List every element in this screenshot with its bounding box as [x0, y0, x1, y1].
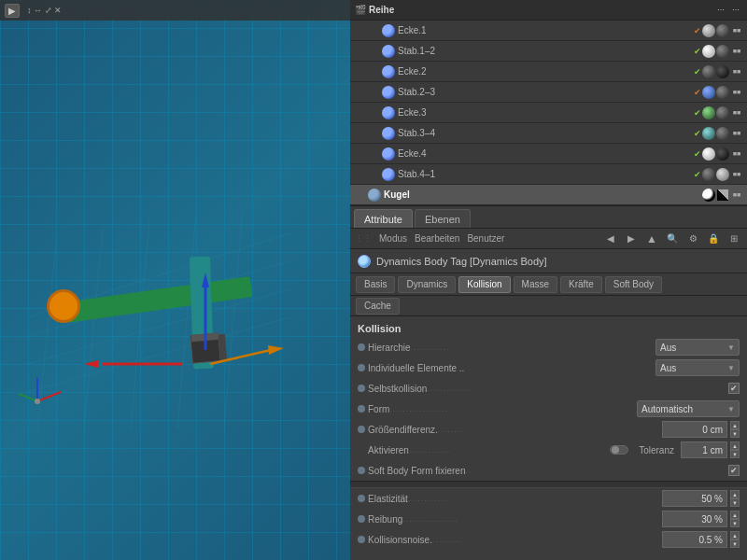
obj-icon — [382, 65, 395, 78]
stepper-up[interactable]: ▲ — [730, 421, 740, 429]
aktivieren-toggle[interactable] — [610, 445, 628, 455]
toleranz-label: Toleranz — [639, 445, 674, 455]
tab-attribute[interactable]: Attribute — [354, 209, 413, 228]
svg-point-12 — [49, 292, 78, 320]
nav-forward-icon[interactable]: ▶ — [623, 231, 640, 247]
obj-row-ecke4[interactable]: Ecke.4 ✔ ■■ — [350, 144, 747, 164]
viewport-panel: ▶ ↕ ↔ ⤢ ✕ — [0, 0, 350, 560]
tab-ebenen[interactable]: Ebenen — [415, 209, 471, 228]
obj-icon — [382, 24, 395, 37]
stepper-down[interactable]: ▼ — [730, 519, 740, 527]
sub-tab-cache[interactable]: Cache — [356, 298, 400, 315]
stepper-up[interactable]: ▲ — [730, 441, 740, 450]
viewport-menu-btn[interactable]: ▶ — [5, 4, 20, 18]
chevron-down-icon: ▼ — [727, 405, 735, 413]
sphere2-icon — [716, 168, 729, 181]
stepper-down[interactable]: ▼ — [730, 539, 740, 548]
stepper-down[interactable]: ▼ — [730, 429, 740, 438]
softbody-checkbox[interactable]: ✔ — [728, 465, 740, 476]
prop-groessendifferenz: Größendifferenz. ........ 0 cm ▲ ▼ — [350, 419, 747, 440]
obj-icon-kugel — [368, 189, 381, 202]
hierarchie-dropdown[interactable]: Aus ▼ — [655, 339, 740, 356]
sub-tabs-row1: Basis Dynamics Kollision Masse Kräfte So… — [350, 273, 747, 296]
obj-row-stab34[interactable]: Stab.3–4 ✔ ■■ — [350, 123, 747, 144]
svg-marker-21 — [268, 345, 284, 355]
stepper-down[interactable]: ▼ — [730, 450, 740, 458]
nav-settings-icon[interactable]: ⚙ — [684, 231, 701, 247]
mixed-sphere-icon — [716, 189, 729, 202]
prop-label: Hierarchie — [368, 343, 411, 353]
stepper-up[interactable]: ▲ — [730, 511, 740, 519]
obj-row-ecke3[interactable]: Ecke.3 ✔ ■■ — [350, 103, 747, 123]
tag-header: Dynamics Body Tag [Dynamics Body] — [350, 249, 747, 273]
sphere2-icon — [716, 147, 729, 161]
nav-back-icon[interactable]: ◀ — [602, 231, 619, 247]
prop-individuelle: Individuelle Elemente .. Aus ▼ — [350, 357, 747, 378]
sphere2-icon — [716, 24, 729, 37]
sphere-icon — [702, 147, 715, 161]
nav-more-icon[interactable]: ⊞ — [726, 231, 742, 247]
sphere-icon — [702, 189, 715, 202]
selbstkollision-checkbox[interactable]: ✔ — [728, 383, 740, 394]
object-list: Ecke.1 ✔ ■■ Stab.1–2 ✔ ■■ — [350, 21, 747, 206]
nav-search-icon[interactable]: 🔍 — [664, 231, 681, 247]
obj-icon — [382, 45, 395, 58]
prop-indicator — [358, 343, 365, 351]
sub-tab-basis[interactable]: Basis — [356, 276, 395, 293]
elastizitaet-input[interactable]: 50 % — [662, 490, 727, 507]
prop-indicator — [358, 426, 365, 433]
prop-hierarchie: Hierarchie ............ Aus ▼ — [350, 337, 747, 357]
svg-line-24 — [19, 394, 37, 401]
scene-dots2: ⋯ — [729, 4, 742, 17]
toolbar-bearbeiten[interactable]: Bearbeiten — [415, 233, 459, 244]
prop-elastizitaet: Elastizität ............. 50 % ▲ ▼ — [350, 488, 747, 509]
form-dropdown[interactable]: Automatisch ▼ — [637, 400, 740, 417]
individuelle-dropdown[interactable]: Aus ▼ — [655, 359, 740, 376]
reibung-input[interactable]: 30 % — [662, 511, 727, 527]
toolbar-modus[interactable]: Modus — [379, 233, 407, 244]
sub-tab-masse[interactable]: Masse — [514, 276, 557, 293]
obj-row-ecke1[interactable]: Ecke.1 ✔ ■■ — [350, 21, 747, 41]
prop-label: Form — [368, 404, 389, 414]
kollisionsnoise-input[interactable]: 0.5 % — [662, 531, 727, 548]
sub-tab-kollision[interactable]: Kollision — [458, 276, 510, 293]
prop-label: Aktivieren — [368, 445, 409, 455]
obj-row-stab41[interactable]: Stab.4–1 ✔ ■■ — [350, 164, 747, 185]
obj-row-kugel[interactable]: Kugel ■■ — [350, 185, 747, 205]
prop-label: Größendifferenz. — [368, 425, 438, 435]
sub-tab-dynamics[interactable]: Dynamics — [398, 276, 456, 293]
obj-icon — [382, 86, 395, 99]
prop-label: Reibung — [368, 514, 402, 525]
nav-lock-icon[interactable]: 🔒 — [705, 231, 722, 247]
prop-label: Elastizität — [368, 494, 408, 504]
svg-line-8 — [224, 208, 243, 429]
right-panel: 🎬 Reihe ⋯ ⋯ Ecke.1 ✔ ■■ — [350, 0, 747, 560]
obj-row-stab12[interactable]: Stab.1–2 ✔ ■■ — [350, 41, 747, 62]
stepper-down[interactable]: ▼ — [730, 498, 740, 507]
nav-up-icon[interactable]: ▲ — [643, 231, 660, 247]
main-tabs: Attribute Ebenen — [350, 206, 747, 229]
prop-indicator — [358, 467, 365, 474]
stepper-up[interactable]: ▲ — [730, 490, 740, 498]
obj-row-stab23[interactable]: Stab.2–3 ✔ ■■ — [350, 82, 747, 103]
svg-point-25 — [35, 399, 40, 404]
sub-tab-softbody[interactable]: Soft Body — [605, 276, 662, 293]
viewport-3d-scene — [9, 75, 327, 467]
dynamics-tag-icon — [358, 255, 371, 268]
section-kollision-title: Kollision — [350, 320, 747, 337]
obj-row-ecke2[interactable]: Ecke.2 ✔ ■■ — [350, 62, 747, 82]
toleranz-input[interactable]: 1 cm — [681, 441, 727, 458]
prop-indicator — [358, 385, 365, 392]
prop-indicator — [358, 515, 365, 523]
stepper-up[interactable]: ▲ — [730, 531, 740, 539]
toolbar-benutzer[interactable]: Benutzer — [467, 233, 504, 244]
groessendifferenz-input[interactable]: 0 cm — [662, 421, 727, 438]
obj-icon — [382, 106, 395, 119]
sub-tab-kraefte[interactable]: Kräfte — [560, 276, 602, 293]
attribute-toolbar: ⋮⋮ Modus Bearbeiten Benutzer ◀ ▶ ▲ 🔍 ⚙ 🔒… — [350, 229, 747, 249]
prop-label: Selbstkollision — [368, 384, 427, 394]
prop-label: Individuelle Elemente .. — [368, 363, 464, 373]
sphere2-icon — [716, 106, 729, 119]
prop-kollisionsnoise: Kollisionsnoise. ......... 0.5 % ▲ ▼ — [350, 529, 747, 550]
prop-indicator — [358, 405, 365, 413]
